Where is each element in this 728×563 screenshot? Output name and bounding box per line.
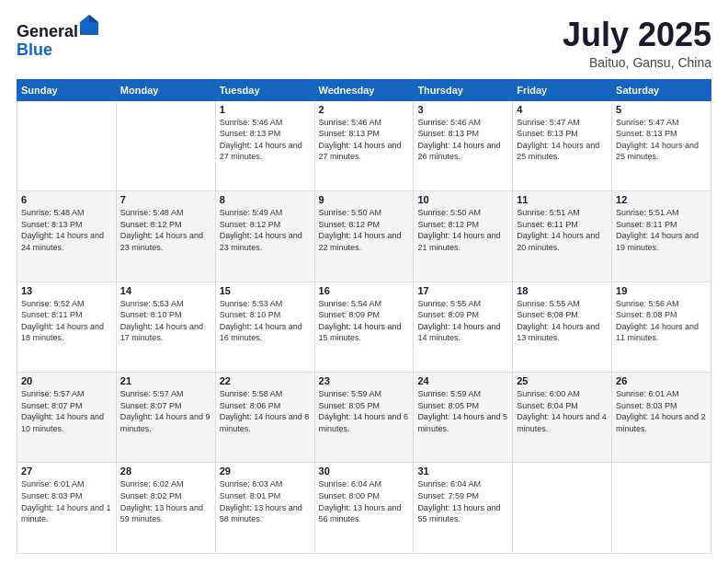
day-number: 20	[21, 375, 112, 386]
calendar-week-1: 6Sunrise: 5:48 AM Sunset: 8:13 PM Daylig…	[17, 191, 711, 282]
day-number: 19	[616, 285, 707, 296]
day-number: 25	[517, 375, 608, 386]
day-info: Sunrise: 5:53 AM Sunset: 8:10 PM Dayligh…	[220, 298, 311, 344]
day-number: 13	[21, 285, 112, 296]
day-number: 28	[120, 465, 211, 477]
day-info: Sunrise: 5:50 AM Sunset: 8:12 PM Dayligh…	[319, 207, 410, 253]
table-row: 29Sunrise: 6:03 AM Sunset: 8:01 PM Dayli…	[215, 463, 314, 554]
col-monday: Monday	[116, 79, 215, 100]
col-wednesday: Wednesday	[314, 79, 414, 100]
table-row: 3Sunrise: 5:46 AM Sunset: 8:13 PM Daylig…	[414, 100, 513, 190]
table-row: 28Sunrise: 6:02 AM Sunset: 8:02 PM Dayli…	[116, 463, 215, 554]
day-info: Sunrise: 5:52 AM Sunset: 8:11 PM Dayligh…	[21, 298, 112, 344]
day-info: Sunrise: 5:53 AM Sunset: 8:10 PM Dayligh…	[120, 298, 211, 344]
table-row	[17, 100, 117, 190]
day-number: 9	[319, 194, 410, 205]
header: General Blue July 2025 Baituo, Gansu, Ch…	[17, 17, 711, 70]
day-info: Sunrise: 6:02 AM Sunset: 8:02 PM Dayligh…	[120, 478, 211, 524]
table-row	[513, 463, 612, 554]
day-number: 26	[616, 375, 707, 386]
day-info: Sunrise: 6:04 AM Sunset: 8:00 PM Dayligh…	[319, 478, 410, 524]
table-row: 14Sunrise: 5:53 AM Sunset: 8:10 PM Dayli…	[116, 282, 215, 372]
table-row: 7Sunrise: 5:48 AM Sunset: 8:12 PM Daylig…	[116, 191, 215, 282]
day-number: 18	[517, 285, 608, 296]
logo-icon	[80, 15, 98, 35]
table-row: 11Sunrise: 5:51 AM Sunset: 8:11 PM Dayli…	[513, 191, 612, 282]
calendar-week-4: 27Sunrise: 6:01 AM Sunset: 8:03 PM Dayli…	[17, 463, 711, 554]
table-row: 25Sunrise: 6:00 AM Sunset: 8:04 PM Dayli…	[513, 373, 612, 463]
day-info: Sunrise: 5:46 AM Sunset: 8:13 PM Dayligh…	[417, 117, 508, 163]
day-number: 31	[417, 465, 508, 477]
table-row: 6Sunrise: 5:48 AM Sunset: 8:13 PM Daylig…	[17, 191, 117, 282]
location: Baituo, Gansu, China	[563, 55, 711, 70]
calendar-week-0: 1Sunrise: 5:46 AM Sunset: 8:13 PM Daylig…	[17, 100, 711, 190]
header-row: Sunday Monday Tuesday Wednesday Thursday…	[17, 79, 711, 100]
table-row: 30Sunrise: 6:04 AM Sunset: 8:00 PM Dayli…	[314, 463, 414, 554]
table-row: 2Sunrise: 5:46 AM Sunset: 8:13 PM Daylig…	[314, 100, 414, 190]
day-info: Sunrise: 6:03 AM Sunset: 8:01 PM Dayligh…	[220, 478, 311, 524]
day-number: 30	[319, 465, 410, 477]
col-tuesday: Tuesday	[215, 79, 314, 100]
day-info: Sunrise: 5:46 AM Sunset: 8:13 PM Dayligh…	[319, 117, 410, 163]
day-info: Sunrise: 5:48 AM Sunset: 8:13 PM Dayligh…	[21, 207, 112, 253]
col-thursday: Thursday	[414, 79, 513, 100]
day-number: 11	[517, 194, 608, 205]
day-info: Sunrise: 5:47 AM Sunset: 8:13 PM Dayligh…	[616, 117, 707, 163]
table-row: 8Sunrise: 5:49 AM Sunset: 8:12 PM Daylig…	[215, 191, 314, 282]
day-number: 16	[319, 285, 410, 296]
logo: General Blue	[17, 17, 98, 60]
day-number: 29	[220, 465, 311, 477]
table-row	[116, 100, 215, 190]
day-info: Sunrise: 5:59 AM Sunset: 8:05 PM Dayligh…	[319, 388, 410, 434]
day-info: Sunrise: 5:55 AM Sunset: 8:09 PM Dayligh…	[417, 298, 508, 344]
day-number: 4	[517, 104, 608, 115]
table-row: 31Sunrise: 6:04 AM Sunset: 7:59 PM Dayli…	[414, 463, 513, 554]
month-title: July 2025	[563, 17, 711, 53]
day-info: Sunrise: 5:47 AM Sunset: 8:13 PM Dayligh…	[517, 117, 608, 163]
table-row: 22Sunrise: 5:58 AM Sunset: 8:06 PM Dayli…	[215, 373, 314, 463]
day-info: Sunrise: 5:57 AM Sunset: 8:07 PM Dayligh…	[120, 388, 211, 434]
table-row: 26Sunrise: 6:01 AM Sunset: 8:03 PM Dayli…	[612, 373, 711, 463]
table-row: 15Sunrise: 5:53 AM Sunset: 8:10 PM Dayli…	[215, 282, 314, 372]
col-friday: Friday	[513, 79, 612, 100]
col-saturday: Saturday	[612, 79, 711, 100]
day-info: Sunrise: 5:49 AM Sunset: 8:12 PM Dayligh…	[220, 207, 311, 253]
day-number: 5	[616, 104, 707, 115]
day-number: 15	[220, 285, 311, 296]
table-row: 16Sunrise: 5:54 AM Sunset: 8:09 PM Dayli…	[314, 282, 414, 372]
day-number: 10	[417, 194, 508, 205]
day-info: Sunrise: 5:48 AM Sunset: 8:12 PM Dayligh…	[120, 207, 211, 253]
day-info: Sunrise: 5:56 AM Sunset: 8:08 PM Dayligh…	[616, 298, 707, 344]
col-sunday: Sunday	[17, 79, 117, 100]
table-row	[612, 463, 711, 554]
day-number: 24	[417, 375, 508, 386]
table-row: 23Sunrise: 5:59 AM Sunset: 8:05 PM Dayli…	[314, 373, 414, 463]
day-info: Sunrise: 5:54 AM Sunset: 8:09 PM Dayligh…	[319, 298, 410, 344]
day-number: 21	[120, 375, 211, 386]
day-info: Sunrise: 6:04 AM Sunset: 7:59 PM Dayligh…	[417, 478, 508, 524]
day-info: Sunrise: 5:50 AM Sunset: 8:12 PM Dayligh…	[417, 207, 508, 253]
day-number: 27	[21, 465, 112, 477]
table-row: 24Sunrise: 5:59 AM Sunset: 8:05 PM Dayli…	[414, 373, 513, 463]
day-number: 6	[21, 194, 112, 205]
table-row: 4Sunrise: 5:47 AM Sunset: 8:13 PM Daylig…	[513, 100, 612, 190]
table-row: 1Sunrise: 5:46 AM Sunset: 8:13 PM Daylig…	[215, 100, 314, 190]
table-row: 9Sunrise: 5:50 AM Sunset: 8:12 PM Daylig…	[314, 191, 414, 282]
day-info: Sunrise: 5:57 AM Sunset: 8:07 PM Dayligh…	[21, 388, 112, 434]
title-block: July 2025 Baituo, Gansu, China	[563, 17, 711, 70]
day-number: 22	[220, 375, 311, 386]
day-number: 2	[319, 104, 410, 115]
day-info: Sunrise: 6:01 AM Sunset: 8:03 PM Dayligh…	[21, 478, 112, 524]
svg-marker-1	[89, 15, 98, 22]
calendar-week-3: 20Sunrise: 5:57 AM Sunset: 8:07 PM Dayli…	[17, 373, 711, 463]
table-row: 18Sunrise: 5:55 AM Sunset: 8:08 PM Dayli…	[513, 282, 612, 372]
table-row: 19Sunrise: 5:56 AM Sunset: 8:08 PM Dayli…	[612, 282, 711, 372]
day-info: Sunrise: 5:51 AM Sunset: 8:11 PM Dayligh…	[616, 207, 707, 253]
day-info: Sunrise: 5:46 AM Sunset: 8:13 PM Dayligh…	[220, 117, 311, 163]
day-number: 23	[319, 375, 410, 386]
day-number: 14	[120, 285, 211, 296]
table-row: 20Sunrise: 5:57 AM Sunset: 8:07 PM Dayli…	[17, 373, 117, 463]
day-number: 1	[220, 104, 311, 115]
logo-blue-text: Blue	[17, 40, 52, 59]
day-number: 17	[417, 285, 508, 296]
